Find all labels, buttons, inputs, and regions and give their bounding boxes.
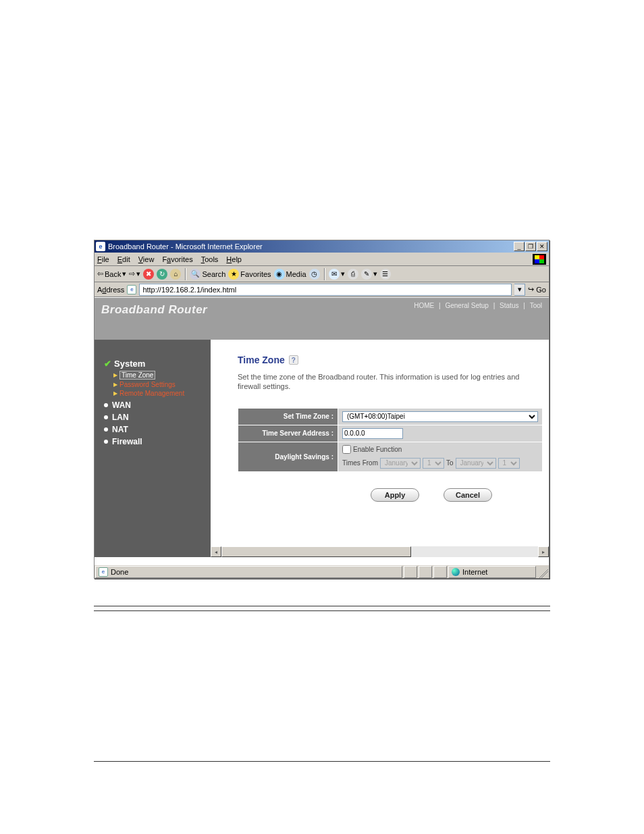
sidebar: ✔ System ▶ Time Zone ▶ Password Settings bbox=[95, 340, 211, 557]
bullet-icon bbox=[104, 403, 108, 407]
menu-help[interactable]: Help bbox=[226, 255, 242, 263]
sidebar-item-lan[interactable]: LAN bbox=[104, 413, 204, 422]
mail-icon: ✉ bbox=[329, 269, 340, 280]
favorites-label: Favorites bbox=[240, 270, 271, 278]
favorites-button[interactable]: ★ Favorites bbox=[228, 269, 271, 280]
sidebar-remote-label: Remote Management bbox=[119, 390, 184, 397]
from-day-select[interactable]: 1 bbox=[423, 458, 444, 469]
menu-tools[interactable]: Tools bbox=[201, 255, 219, 263]
sidebar-item-nat[interactable]: NAT bbox=[104, 425, 204, 434]
globe-icon bbox=[452, 568, 460, 576]
status-pane bbox=[433, 566, 447, 578]
cancel-button[interactable]: Cancel bbox=[444, 488, 492, 502]
stop-icon[interactable]: ✖ bbox=[143, 269, 154, 280]
address-dropdown[interactable]: ▾ bbox=[514, 284, 525, 296]
discuss-icon[interactable]: ☰ bbox=[380, 269, 391, 280]
address-label: Address bbox=[97, 286, 124, 294]
sidebar-item-password[interactable]: ▶ Password Settings bbox=[113, 380, 204, 389]
minimize-button[interactable]: _ bbox=[514, 242, 525, 251]
address-bar: Address e http://192.168.2.1/index.html … bbox=[95, 282, 549, 297]
status-pane bbox=[404, 566, 417, 578]
search-icon: 🔍 bbox=[190, 269, 200, 280]
media-button[interactable]: ◉ Media bbox=[274, 269, 306, 280]
close-button[interactable]: ✕ bbox=[537, 242, 547, 251]
sidebar-item-firewall[interactable]: Firewall bbox=[104, 437, 204, 446]
sidebar-nat-label: NAT bbox=[112, 425, 128, 434]
status-text-pane: e Done bbox=[95, 566, 402, 578]
edit-button[interactable]: ✎ ▾ bbox=[361, 269, 377, 280]
arrow-icon: ▶ bbox=[113, 390, 117, 396]
ie-logo bbox=[533, 254, 546, 265]
menubar: File Edit View Favorites Tools Help bbox=[95, 253, 549, 266]
nav-tool[interactable]: Tool bbox=[530, 302, 542, 309]
to-day-select[interactable]: 1 bbox=[498, 458, 520, 469]
bullet-icon bbox=[104, 440, 108, 444]
times-from-label: Times From bbox=[342, 459, 378, 467]
search-button[interactable]: 🔍 Search bbox=[190, 269, 225, 280]
go-button[interactable]: ↪ Go bbox=[528, 285, 546, 294]
sidebar-item-system[interactable]: ✔ System bbox=[104, 359, 204, 369]
back-button[interactable]: ⇦ Back ▾ bbox=[97, 269, 126, 278]
enable-function-label: Enable Function bbox=[353, 446, 402, 453]
zone-label: Internet bbox=[462, 568, 487, 576]
scroll-left-button[interactable]: ◂ bbox=[211, 546, 221, 557]
horizontal-scrollbar[interactable]: ◂ ▸ bbox=[211, 546, 549, 557]
go-label: Go bbox=[536, 286, 546, 294]
row-timezone: Set Time Zone : (GMT+08:00)Taipei bbox=[238, 408, 543, 425]
search-label: Search bbox=[202, 270, 225, 278]
resize-grip[interactable] bbox=[537, 566, 548, 578]
from-month-select[interactable]: January bbox=[380, 458, 421, 469]
sidebar-item-timezone[interactable]: ▶ Time Zone bbox=[113, 370, 204, 380]
enable-daylight-checkbox[interactable] bbox=[342, 445, 351, 454]
print-icon[interactable]: ⎙ bbox=[348, 269, 358, 280]
timezone-select[interactable]: (GMT+08:00)Taipei bbox=[342, 411, 538, 422]
label-daylight: Daylight Savings : bbox=[238, 442, 338, 471]
to-month-select[interactable]: January bbox=[456, 458, 496, 469]
ie-icon: e bbox=[96, 242, 105, 251]
bullet-icon bbox=[104, 427, 108, 432]
arrow-icon: ▶ bbox=[113, 382, 117, 388]
scroll-track[interactable] bbox=[221, 546, 538, 557]
edit-icon: ✎ bbox=[361, 269, 372, 280]
favorites-icon: ★ bbox=[228, 269, 239, 280]
apply-button[interactable]: Apply bbox=[371, 488, 419, 502]
page-description: Set the time zone of the Broadband route… bbox=[238, 372, 521, 392]
menu-edit[interactable]: Edit bbox=[117, 255, 130, 263]
doc-rules bbox=[94, 606, 550, 762]
sidebar-firewall-label: Firewall bbox=[112, 437, 142, 446]
sidebar-item-wan[interactable]: WAN bbox=[104, 400, 204, 410]
sidebar-item-remote[interactable]: ▶ Remote Management bbox=[113, 389, 204, 398]
settings-table: Set Time Zone : (GMT+08:00)Taipei Time S… bbox=[238, 408, 543, 472]
nav-home[interactable]: HOME bbox=[414, 302, 434, 309]
page-title-text: Time Zone bbox=[238, 355, 285, 365]
status-text: Done bbox=[111, 568, 128, 576]
row-daylight: Daylight Savings : Enable Function Times… bbox=[238, 442, 543, 471]
nav-general-setup[interactable]: General Setup bbox=[445, 302, 489, 309]
restore-button[interactable]: ❐ bbox=[525, 242, 536, 251]
nav-status[interactable]: Status bbox=[500, 302, 518, 309]
go-icon: ↪ bbox=[528, 285, 534, 294]
media-label: Media bbox=[286, 270, 306, 278]
menu-favorites[interactable]: Favorites bbox=[162, 255, 192, 263]
menu-file[interactable]: File bbox=[97, 255, 109, 263]
back-arrow-icon: ⇦ bbox=[97, 269, 103, 278]
brand-title: Broadband Router bbox=[101, 303, 207, 317]
address-input[interactable]: http://192.168.2.1/index.html bbox=[139, 284, 512, 296]
menu-view[interactable]: View bbox=[138, 255, 155, 263]
time-server-input[interactable] bbox=[342, 428, 403, 439]
check-icon: ✔ bbox=[104, 359, 111, 369]
sidebar-system-label: System bbox=[114, 359, 145, 369]
dropdown-icon: ▾ bbox=[122, 269, 126, 278]
scroll-thumb[interactable] bbox=[221, 546, 411, 557]
home-icon[interactable]: ⌂ bbox=[170, 269, 181, 280]
history-icon[interactable]: ◷ bbox=[309, 269, 320, 280]
help-icon[interactable]: ? bbox=[289, 355, 298, 365]
mail-button[interactable]: ✉ ▾ bbox=[329, 269, 345, 280]
header-nav: HOME | General Setup | Status | Tool bbox=[412, 302, 543, 309]
to-label: To bbox=[446, 459, 454, 467]
scroll-right-button[interactable]: ▸ bbox=[538, 546, 549, 557]
status-pane bbox=[419, 566, 432, 578]
refresh-icon[interactable]: ↻ bbox=[157, 269, 167, 280]
forward-button[interactable]: ⇨ ▾ bbox=[129, 269, 140, 278]
titlebar: e Broadband Router - Microsoft Internet … bbox=[95, 240, 549, 253]
